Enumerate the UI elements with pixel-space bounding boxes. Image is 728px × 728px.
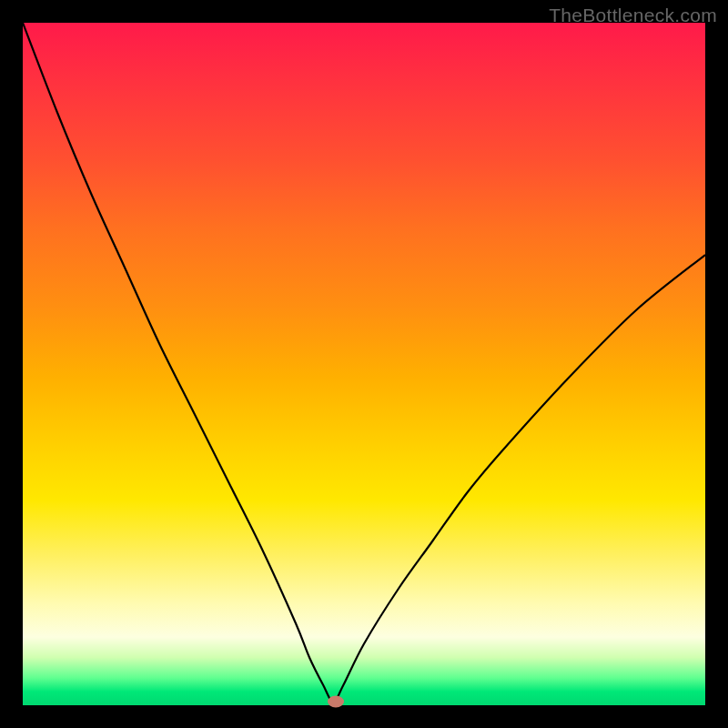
curve-svg xyxy=(23,23,705,705)
chart-container: TheBottleneck.com xyxy=(0,0,728,728)
bottleneck-curve xyxy=(23,23,705,702)
minimum-marker xyxy=(328,696,344,708)
plot-area xyxy=(23,23,705,705)
